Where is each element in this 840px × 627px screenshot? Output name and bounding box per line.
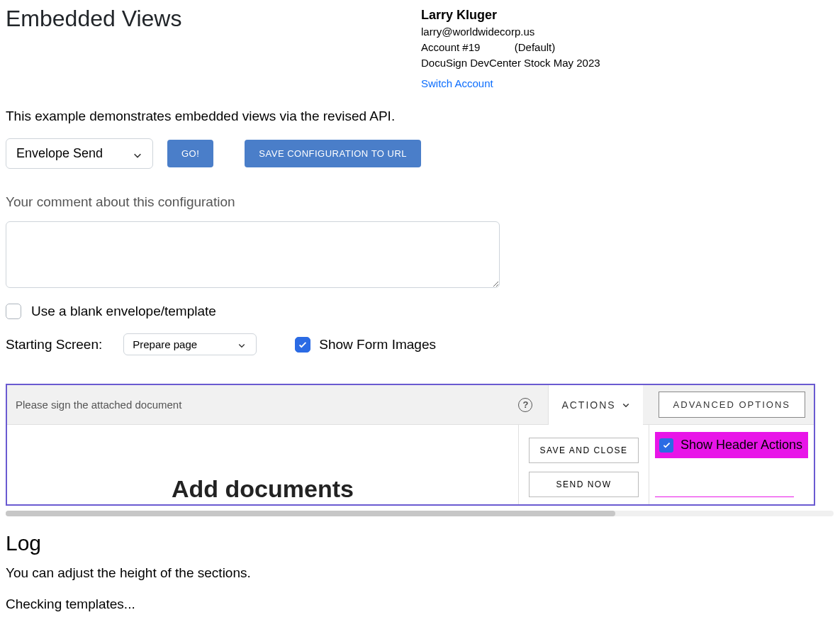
preview-action-column: SAVE AND CLOSE SEND NOW [519, 425, 649, 504]
starting-screen-label: Starting Screen: [6, 337, 102, 353]
horizontal-scrollbar[interactable] [6, 509, 834, 518]
preview-document-area: Add documents [7, 425, 519, 504]
show-header-actions-row: Show Header Actions [655, 432, 808, 458]
preview-body: Add documents SAVE AND CLOSE SEND NOW Sh… [7, 425, 814, 504]
account-number: Account #19 [421, 41, 480, 53]
actions-label: ACTIONS [561, 399, 615, 411]
blank-envelope-label: Use a blank envelope/template [31, 304, 216, 319]
go-button[interactable]: GO! [167, 140, 213, 167]
comment-label: Your comment about this configuration [6, 194, 834, 210]
save-configuration-button[interactable]: SAVE CONFIGURATION TO URL [245, 140, 421, 167]
blank-envelope-row: Use a blank envelope/template [6, 304, 834, 319]
preview-options-column: Show Header Actions [649, 425, 814, 504]
chevron-down-icon [622, 401, 630, 409]
show-form-images-label: Show Form Images [319, 337, 436, 353]
view-type-value: Envelope Send [16, 146, 103, 161]
actions-dropdown[interactable]: ACTIONS [548, 385, 642, 425]
account-number-row: Account #19 (Default) [421, 40, 600, 55]
starting-screen-row: Starting Screen: Prepare page Show Form … [6, 333, 834, 355]
help-icon[interactable]: ? [518, 398, 532, 412]
starting-screen-select[interactable]: Prepare page [123, 333, 257, 355]
chevron-down-icon [237, 340, 247, 350]
show-form-images-row: Show Form Images [295, 337, 436, 353]
account-block: Larry Kluger larry@worldwidecorp.us Acco… [421, 6, 600, 91]
show-header-actions-checkbox[interactable] [659, 438, 673, 453]
show-form-images-checkbox[interactable] [295, 337, 310, 353]
preview-subject: Please sign the attached document [16, 399, 518, 411]
comment-textarea[interactable] [6, 221, 500, 288]
scrollbar-thumb[interactable] [6, 511, 615, 516]
log-heading: Log [6, 531, 834, 555]
account-default: (Default) [515, 41, 556, 53]
blank-envelope-checkbox[interactable] [6, 304, 21, 319]
embedded-preview-panel: Please sign the attached document ? ACTI… [6, 384, 815, 506]
account-org: DocuSign DevCenter Stock May 2023 [421, 55, 600, 71]
show-header-actions-label: Show Header Actions [681, 438, 802, 453]
option-highlight-bar [655, 496, 794, 497]
add-documents-heading: Add documents [172, 475, 354, 503]
action-row: Envelope Send GO! SAVE CONFIGURATION TO … [6, 138, 834, 169]
advanced-options-button[interactable]: ADVANCED OPTIONS [659, 392, 805, 418]
starting-screen-value: Prepare page [133, 338, 197, 350]
page-title: Embedded Views [6, 6, 421, 32]
log-line: Checking templates... [6, 597, 834, 612]
account-name: Larry Kluger [421, 6, 600, 24]
log-line: You can adjust the height of the section… [6, 565, 834, 581]
save-and-close-button[interactable]: SAVE AND CLOSE [529, 438, 639, 463]
preview-topbar: Please sign the attached document ? ACTI… [7, 385, 814, 425]
header-row: Embedded Views Larry Kluger larry@worldw… [6, 6, 834, 91]
account-email: larry@worldwidecorp.us [421, 24, 600, 40]
title-area: Embedded Views [6, 6, 421, 38]
chevron-down-icon [133, 149, 142, 159]
view-type-select[interactable]: Envelope Send [6, 138, 153, 169]
switch-account-link[interactable]: Switch Account [421, 76, 493, 91]
send-now-button[interactable]: SEND NOW [529, 472, 639, 497]
intro-text: This example demonstrates embedded views… [6, 109, 834, 124]
